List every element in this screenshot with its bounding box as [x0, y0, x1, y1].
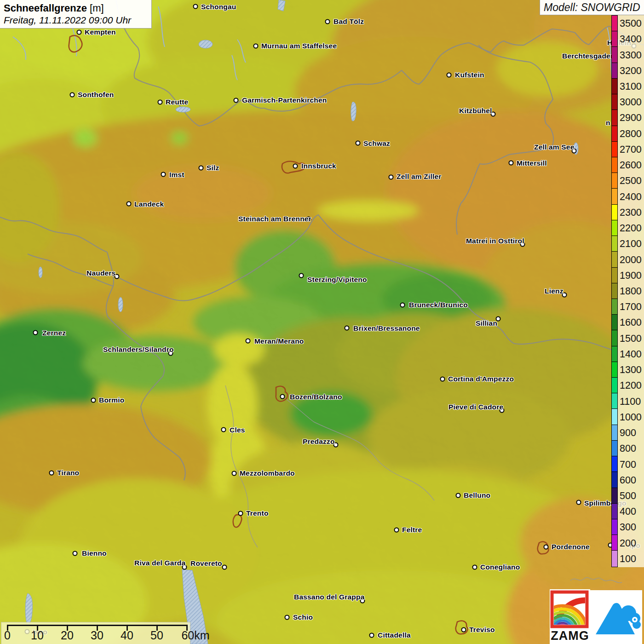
colorbar-segment	[612, 94, 617, 110]
colorbar-segment	[612, 519, 617, 535]
colorbar-value: 600	[620, 474, 636, 486]
colorbar-segment	[612, 31, 617, 47]
colorbar-value: 3200	[620, 65, 642, 76]
colorbar-value: 1700	[620, 301, 642, 313]
colorbar-segment	[612, 16, 617, 31]
colorbar-segment	[612, 110, 617, 126]
colorbar-segment	[612, 393, 617, 409]
colorbar-segment	[612, 441, 617, 456]
page-title: Schneefallgrenze [m]	[4, 2, 148, 14]
colorbar-value: 3100	[620, 81, 642, 92]
model-box: Modell: SNOWGRID	[540, 0, 644, 15]
colorbar-segment	[612, 236, 617, 252]
colorbar-segment	[612, 157, 617, 173]
title-unit: [m]	[87, 2, 104, 14]
colorbar-value: 1400	[620, 348, 642, 360]
colorbar-value: 2700	[620, 144, 642, 155]
colorbar-segment	[612, 142, 617, 157]
colorbar-segment	[612, 299, 617, 315]
colorbar-value: 500	[620, 490, 636, 501]
scalebar-number: 50	[150, 629, 163, 642]
colorbar-value: 400	[620, 506, 636, 518]
colorbar-value: 2300	[620, 207, 642, 218]
scalebar-number: 10	[31, 629, 44, 642]
colorbar-value: 1300	[620, 364, 642, 376]
colorbar-value: 1200	[620, 380, 642, 391]
scalebar-number: 20	[61, 629, 74, 642]
colorbar-segment	[612, 173, 617, 189]
colorbar-value: 2800	[620, 128, 642, 139]
title-variable: Schneefallgrenze	[4, 2, 87, 14]
colorbar-segment	[612, 252, 617, 267]
colorbar-value: 900	[620, 427, 636, 439]
colorbar-value: 1900	[620, 270, 642, 281]
scalebar-number: 0	[4, 629, 11, 642]
colorbar-value: 800	[620, 443, 636, 454]
title-datetime: Freitag, 11.11.2022 09:00 Uhr	[4, 15, 148, 26]
mountain-cloud-icon	[590, 590, 642, 644]
colorbar-value: 2600	[620, 160, 642, 171]
colorbar-segment	[612, 268, 617, 283]
map-canvas	[0, 0, 644, 644]
colorbar-segment	[612, 551, 617, 566]
colorbar-segment	[612, 283, 617, 299]
colorbar-value: 2200	[620, 223, 642, 234]
colorbar-value: 2100	[620, 238, 642, 250]
colorbar-value: 300	[620, 522, 636, 533]
colorbar-value: 1100	[620, 396, 641, 407]
zamg-logo: ZAMG	[550, 589, 590, 644]
scalebar: 0102030405060km	[1, 622, 190, 644]
colorbar-value: 1800	[620, 286, 642, 297]
colorbar-segment	[612, 189, 617, 204]
colorbar-value: 2000	[620, 254, 642, 265]
colorbar-value: 1600	[620, 317, 642, 328]
colorbar-segment	[612, 362, 617, 378]
colorbar-value: 2900	[620, 112, 642, 124]
colorbar-value: 3300	[620, 49, 642, 61]
colorbar-segment	[612, 205, 617, 220]
scalebar-number: 30	[91, 629, 104, 642]
colorbar-segment	[612, 63, 617, 79]
colorbar-value: 3400	[620, 34, 642, 45]
colorbar-segment	[612, 220, 617, 236]
colorbar-segment	[612, 504, 617, 519]
colorbar-value: 1500	[620, 333, 642, 344]
colorbar-segment	[612, 535, 617, 551]
colorbar-value: 1000	[620, 411, 642, 423]
colorbar-segment	[612, 456, 617, 472]
colorbar-segment	[612, 47, 617, 63]
colorbar-value: 700	[620, 459, 636, 470]
partner-logo	[590, 590, 642, 644]
colorbar-segment	[612, 425, 617, 441]
colorbar-value: 3500	[620, 18, 642, 29]
weather-map-screenshot: SchongauBad TölzKemptenMurnau am Staffel…	[0, 0, 644, 644]
zamg-logo-text: ZAMG	[550, 629, 590, 643]
colorbar-value: 200	[620, 537, 636, 549]
scalebar-number: 40	[121, 629, 133, 642]
colorbar-segment	[612, 126, 617, 142]
colorbar-segment	[612, 346, 617, 362]
colorbar-value: 2400	[620, 191, 642, 202]
colorbar-value: 3000	[620, 97, 642, 108]
colorbar-segment	[612, 409, 617, 425]
title-box: Schneefallgrenze [m] Freitag, 11.11.2022…	[0, 0, 152, 29]
colorbar-segment	[612, 378, 617, 393]
scalebar-number: 60km	[181, 629, 209, 642]
colorbar	[611, 15, 618, 567]
colorbar-segment	[612, 472, 617, 488]
model-label: Modell: SNOWGRID	[540, 0, 644, 14]
colorbar-segment	[612, 315, 617, 330]
colorbar-segment	[612, 79, 617, 94]
colorbar-segment	[612, 330, 617, 346]
colorbar-value: 2500	[620, 175, 642, 187]
colorbar-value: 100	[620, 553, 636, 564]
colorbar-segment	[612, 488, 617, 504]
